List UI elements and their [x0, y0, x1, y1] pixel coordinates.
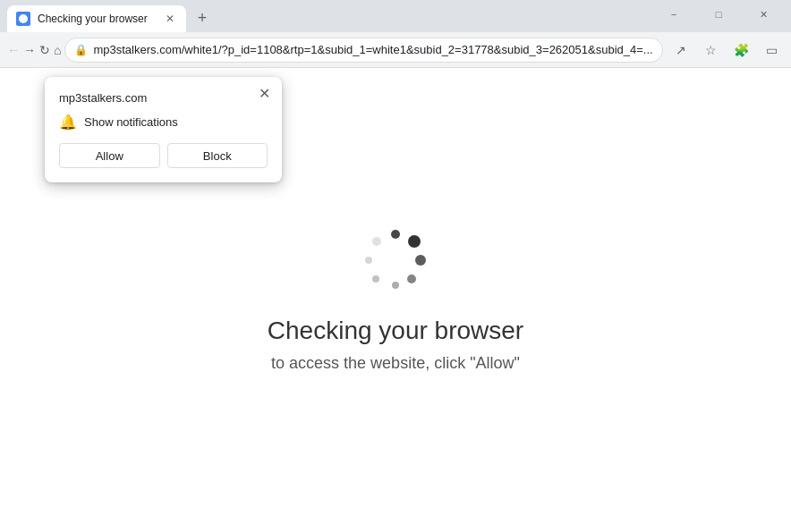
share-button[interactable]: ↗ — [667, 36, 695, 64]
lock-icon: 🔒 — [74, 44, 88, 56]
bell-icon: 🔔 — [59, 114, 77, 131]
svg-point-1 — [408, 235, 421, 248]
new-tab-button[interactable]: + — [190, 5, 215, 30]
svg-point-4 — [392, 282, 399, 289]
page-title: Checking your browser — [268, 317, 523, 345]
page-content: ✕ mp3stalkers.com 🔔 Show notifications A… — [0, 68, 791, 532]
permission-text: Show notifications — [84, 115, 178, 129]
forward-button[interactable]: → — [23, 36, 36, 64]
title-bar: Checking your browser ✕ + − □ ✕ — [0, 0, 791, 32]
svg-point-6 — [365, 257, 372, 264]
toolbar-actions: ↗ ☆ 🧩 ▭ 👤 ⋮ — [667, 36, 791, 64]
tab-favicon — [16, 12, 30, 26]
svg-point-0 — [391, 230, 400, 239]
address-bar[interactable]: 🔒 mp3stalkers.com/white1/?p_id=1108&rtp=… — [64, 38, 662, 63]
popup-permission-row: 🔔 Show notifications — [59, 114, 268, 131]
active-tab[interactable]: Checking your browser ✕ — [7, 5, 186, 32]
svg-point-5 — [372, 275, 379, 283]
back-button[interactable]: ← — [7, 36, 20, 64]
url-text: mp3stalkers.com/white1/?p_id=1108&rtp=1&… — [93, 43, 652, 56]
extensions-button[interactable]: 🧩 — [727, 36, 756, 64]
svg-point-3 — [407, 274, 416, 283]
maximize-button[interactable]: □ — [698, 2, 739, 27]
spinner-svg — [360, 227, 431, 299]
popup-site: mp3stalkers.com — [59, 91, 268, 105]
popup-buttons: Allow Block — [59, 143, 268, 168]
loading-spinner — [360, 227, 431, 299]
window-controls: − □ ✕ — [646, 0, 791, 32]
chrome-window: Checking your browser ✕ + − □ ✕ ← → ↻ ⌂ … — [0, 0, 791, 532]
popup-close-button[interactable]: ✕ — [255, 84, 273, 102]
svg-point-7 — [372, 237, 381, 246]
svg-point-2 — [415, 255, 426, 266]
profile-button[interactable]: 👤 — [788, 36, 791, 64]
allow-button[interactable]: Allow — [59, 143, 160, 168]
tab-close-button[interactable]: ✕ — [163, 12, 177, 26]
minimize-button[interactable]: − — [653, 2, 694, 27]
home-button[interactable]: ⌂ — [54, 36, 61, 64]
sidebar-button[interactable]: ▭ — [758, 36, 787, 64]
close-button[interactable]: ✕ — [743, 2, 784, 27]
tab-title: Checking your browser — [38, 13, 156, 25]
page-subtitle: to access the website, click "Allow" — [271, 354, 520, 373]
toolbar: ← → ↻ ⌂ 🔒 mp3stalkers.com/white1/?p_id=1… — [0, 32, 791, 68]
notification-popup: ✕ mp3stalkers.com 🔔 Show notifications A… — [45, 77, 282, 182]
block-button[interactable]: Block — [167, 143, 268, 168]
bookmark-button[interactable]: ☆ — [697, 36, 726, 64]
tabs-area: Checking your browser ✕ + — [0, 0, 646, 32]
reload-button[interactable]: ↻ — [39, 36, 50, 64]
